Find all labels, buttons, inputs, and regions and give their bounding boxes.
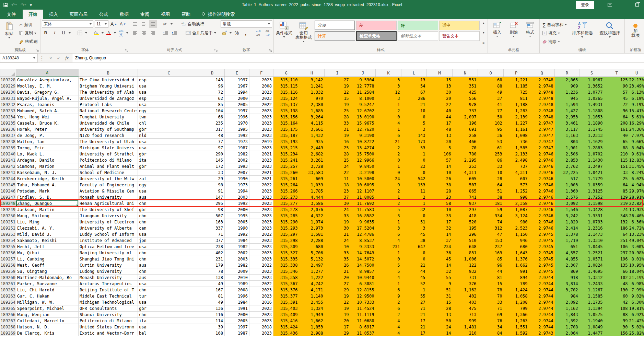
cell[interactable]: 9.61% xyxy=(629,151,644,157)
number-format-select[interactable]: 常规 xyxy=(221,20,272,28)
cell[interactable]: 1.1890 xyxy=(579,120,604,126)
cell[interactable]: 1970 xyxy=(225,120,249,126)
cell[interactable]: 4 xyxy=(376,275,401,281)
cell[interactable]: 315,416 xyxy=(273,318,299,324)
cell[interactable]: 2003 xyxy=(225,194,249,200)
cell[interactable]: Potsdam, Mark xyxy=(16,188,79,194)
cell[interactable]: 315,264 xyxy=(273,182,299,188)
cell[interactable]: 74 xyxy=(478,219,504,225)
cell[interactable]: 2000 xyxy=(225,207,249,213)
cell[interactable]: 129 xyxy=(604,194,629,200)
cell[interactable]: aus xyxy=(138,262,200,268)
cell[interactable]: 45 xyxy=(427,256,453,262)
cell[interactable]: 605 xyxy=(453,176,478,182)
cell[interactable]: 1,227 xyxy=(504,120,529,126)
cell[interactable]: 2,762 xyxy=(555,163,579,170)
cell[interactable]: 2,097 xyxy=(453,114,478,120)
cell[interactable]: 25 xyxy=(325,108,350,114)
cell[interactable]: 11 xyxy=(325,176,350,182)
cell[interactable]: 11.1119 xyxy=(350,312,376,318)
cell[interactable]: 2.9747 xyxy=(529,145,555,151)
cell[interactable]: 297 xyxy=(453,207,478,213)
cell[interactable]: Sakamoto, Keishi xyxy=(16,237,79,244)
cell[interactable]: 4 xyxy=(376,330,401,336)
cell[interactable]: Arcturus Therapeutics xyxy=(79,281,138,287)
cell[interactable]: 11.0537 xyxy=(350,330,376,336)
cell[interactable]: 1.0849 xyxy=(579,324,604,330)
cell[interactable]: 2023 xyxy=(249,207,273,213)
cell[interactable]: 173 xyxy=(401,139,427,145)
cell[interactable]: 1 xyxy=(376,126,401,132)
cell[interactable]: 2,576 xyxy=(555,194,579,200)
cell[interactable]: 2002 xyxy=(225,157,249,163)
cell[interactable]: 1.1053 xyxy=(579,114,604,120)
cell[interactable]: 14 xyxy=(427,262,453,268)
cell[interactable]: 90 xyxy=(604,83,629,89)
row-header[interactable]: 189263 xyxy=(0,293,16,299)
cell[interactable]: 2 xyxy=(376,299,401,305)
cell[interactable]: 2 xyxy=(376,312,401,318)
cell[interactable]: Luddy School of Inform xyxy=(79,231,138,237)
cell[interactable]: 1995 xyxy=(225,126,249,132)
cell[interactable]: 315,257 xyxy=(273,163,299,170)
cell[interactable]: 36 xyxy=(478,132,504,139)
cell[interactable]: 38 xyxy=(401,237,427,244)
cell[interactable]: 251 xyxy=(604,237,629,244)
decrease-font-icon[interactable]: A▼ xyxy=(119,20,127,28)
cell[interactable]: 10 xyxy=(478,170,504,176)
cell[interactable]: 219 xyxy=(604,200,629,207)
cell[interactable]: 55 xyxy=(427,275,453,281)
align-center-icon[interactable] xyxy=(140,29,148,37)
cell[interactable]: 1 xyxy=(401,151,427,157)
cell[interactable]: Wild, David J. xyxy=(16,231,79,237)
cell[interactable]: 1997 xyxy=(225,324,249,330)
cell[interactable]: 1,719 xyxy=(555,237,579,244)
cell[interactable]: 16 xyxy=(325,139,350,145)
cell[interactable]: 2,523 xyxy=(504,225,529,231)
cell[interactable]: 19 xyxy=(325,132,350,139)
cell[interactable]: 713 xyxy=(453,312,478,318)
cell[interactable]: Wang, Shitong xyxy=(16,213,79,219)
cell[interactable]: 6.13% xyxy=(629,89,644,95)
cell[interactable]: 35 xyxy=(325,256,350,262)
table-row[interactable]: 189242Simmons, MarionAnimal and Plant He… xyxy=(0,163,644,170)
cell[interactable]: 5 xyxy=(427,145,453,151)
cell[interactable]: 403 xyxy=(453,299,478,305)
cell[interactable]: 2023 xyxy=(249,213,273,219)
cell[interactable]: The University of Utah xyxy=(79,139,138,145)
cell[interactable]: Parker, Suezanne xyxy=(16,281,79,287)
cell[interactable]: 2,307 xyxy=(555,262,579,268)
cell[interactable]: 132 xyxy=(604,219,629,225)
cell[interactable]: 2 xyxy=(376,200,401,207)
cell[interactable]: 377 xyxy=(200,237,225,244)
cell-style-3[interactable]: 适中 xyxy=(439,21,480,30)
cell[interactable]: 5.02% xyxy=(629,324,644,330)
column-header-G[interactable]: G xyxy=(273,69,299,77)
cell[interactable]: Gur, C. Hakan xyxy=(16,293,79,299)
cell[interactable]: 96 xyxy=(200,83,225,89)
column-header-M[interactable]: M xyxy=(427,69,453,77)
cell[interactable]: Yen, Hong Wei xyxy=(16,114,79,120)
cell[interactable]: 2,865 xyxy=(555,77,579,83)
cell[interactable]: 315,277 xyxy=(273,200,299,207)
table-row[interactable]: 189252Elezzabi, A. Y.University of Alber… xyxy=(0,225,644,231)
cell[interactable]: 2.9744 xyxy=(529,293,555,299)
align-bottom-icon[interactable] xyxy=(149,20,157,28)
cell[interactable]: 1989 xyxy=(225,281,249,287)
conditional-formatting-button[interactable]: ≠ 条件格式 xyxy=(275,20,293,46)
cell[interactable]: 15 xyxy=(427,299,453,305)
cell[interactable]: jpn xyxy=(138,237,200,244)
cell[interactable]: 1.3497 xyxy=(579,163,604,170)
cell[interactable]: 26.40% xyxy=(629,213,644,219)
cell[interactable]: 71 xyxy=(401,305,427,312)
cell[interactable]: 10 xyxy=(401,108,427,114)
cell[interactable]: chn xyxy=(138,200,200,207)
cell[interactable]: Bayod-Rújula, Ángel A. xyxy=(16,95,79,102)
cell[interactable]: 475 xyxy=(453,305,478,312)
row-header[interactable]: 189234 xyxy=(0,114,16,120)
row-header[interactable]: 189269 xyxy=(0,330,16,336)
format-cells-button[interactable]: 格式 xyxy=(522,20,538,46)
cell[interactable]: Institute of Advanced xyxy=(79,237,138,244)
table-row[interactable]: 189266Wang, WenjianShanxi Universitychn1… xyxy=(0,312,644,318)
font-size-select[interactable]: 11 xyxy=(95,20,108,28)
